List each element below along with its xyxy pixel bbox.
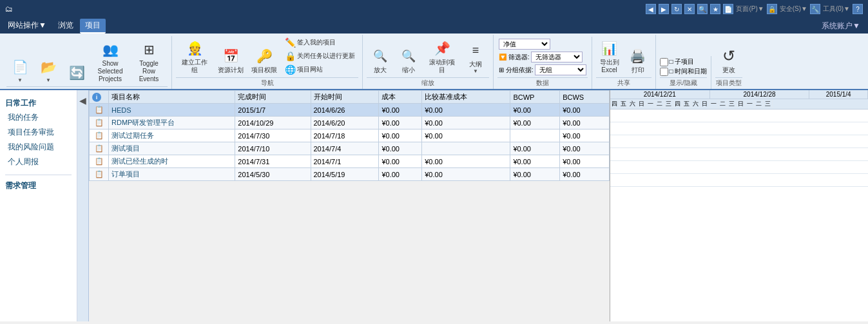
window-icon: 🗂 [5,5,13,14]
tools-label[interactable]: 工具(0)▼ [823,5,850,14]
search-icon[interactable]: 🔍 [697,4,708,14]
window-controls: ◀ ▶ ↻ ✕ 🔍 ★ 📄 页面(P)▼ 🔒 安全(S)▼ 🔧 工具(0)▼ ? [646,4,863,14]
sidebar-item-task-approval[interactable]: 项目任务审批 [0,125,77,140]
page-label[interactable]: 页面(P)▼ [736,5,764,14]
row-name[interactable]: RDMP研发管理平台 [109,117,235,129]
table-row[interactable]: 📋 测试已经生成的时 2014/7/31 2014/7/1 ¥0.00 ¥0.0… [90,155,610,168]
refresh-icon[interactable]: ↻ [671,4,682,14]
user-account[interactable]: 系统账户▼ [822,21,865,32]
project-site-button[interactable]: 🌐 项目网站 [282,63,358,76]
row-name[interactable]: 测试项目 [109,142,235,155]
toggle-row-button[interactable]: ⊞ Toggle RowEvents [130,37,168,85]
sidebar-item-weekly[interactable]: 个人周报 [0,155,77,169]
row-icon-cell: 📋 [90,117,109,129]
sidebar-daily-title[interactable]: 日常工作 [0,95,77,110]
gantt-row [610,110,868,122]
gantt-area: 2014/12/21 2014/12/28 2015/1/4 四五六日一二三四五… [610,90,868,321]
sidebar-demand-title[interactable]: 需求管理 [0,178,77,193]
security-label[interactable]: 安全(S)▼ [780,5,807,14]
row-bcwp: ¥0.00 [510,104,560,117]
ribbon-project-buttons: 📄 ▼ 📂 ▼ 🔄 👥 Show SelectedProjects ⊞ Togg… [6,37,168,85]
project-perms-button[interactable]: 🔑 项目权限 [248,44,280,76]
table-row[interactable]: 📋 RDMP研发管理平台 2014/10/29 2014/6/20 ¥0.00 … [90,117,610,129]
time-date-checkbox-label[interactable]: □ 时间和日期 [660,67,708,76]
back-icon[interactable]: ◀ [646,4,656,14]
sign-my-project-button[interactable]: ✏️ 签入我的项目 [282,36,358,49]
table-row[interactable]: 📋 HEDS 2015/1/7 2014/6/26 ¥0.00 ¥0.00 ¥0… [90,104,610,117]
row-icon: 📋 [95,131,104,139]
help-icon[interactable]: ? [853,4,863,14]
project-site-icon: 🌐 [285,64,296,75]
page-icon[interactable]: 📄 [723,4,733,14]
data-dropdowns: 净值 🔽 筛选器: 无筛选器 ⊞ 分组依据: 无组 [497,38,588,76]
scroll-to-project-button[interactable]: 📌 滚动到项目 [423,36,461,76]
group-by-select[interactable]: 无组 [535,64,586,75]
stop-icon[interactable]: ✕ [684,4,695,14]
gantt-row [610,174,868,187]
row-bcws: ¥0.00 [560,129,610,142]
gantt-week-3: 2015/1/4 [809,90,868,99]
sub-project-checkbox-label[interactable]: □ 子项目 [660,57,708,66]
sub-project-label: □ 子项目 [670,57,695,66]
zoom-out-button[interactable]: 🔍 缩小 [395,44,422,76]
col-project-name[interactable]: 项目名称 [109,91,235,104]
checkboxes-col: □ 子项目 □ 时间和日期 [660,57,708,76]
gantt-day: 日 [737,99,746,109]
new-dropdown-arrow[interactable]: ▼ [17,77,23,83]
outline-dropdown[interactable]: ▼ [473,68,478,74]
share-group-label: 共享 [596,77,651,88]
close-task-update-button[interactable]: 🔒 关闭任务以进行更新 [282,50,358,62]
new-button[interactable]: 📄 ▼ [6,55,34,85]
print-button[interactable]: 🖨️ 打印 [624,44,651,76]
menu-project[interactable]: 项目 [80,19,106,33]
row-name[interactable]: 订单项目 [109,168,235,181]
col-bcws[interactable]: BCWS [560,91,610,104]
row-name[interactable]: HEDS [109,104,235,117]
sidebar-item-risks[interactable]: 我的风险问题 [0,140,77,155]
filter-select[interactable]: 无筛选器 [531,52,583,62]
zoom-in-button[interactable]: 🔍 放大 [367,44,394,76]
col-cost[interactable]: 成本 [379,91,422,104]
change-button[interactable]: ↺ 更改 [715,44,742,76]
table-row[interactable]: 📋 测试项目 2014/7/10 2014/7/4 ¥0.00 ¥0.00 ¥0… [90,142,610,155]
open-dropdown-arrow[interactable]: ▼ [46,77,51,83]
col-baseline-cost[interactable]: 比较基准成本 [422,91,510,104]
row-name[interactable]: 测试已经生成的时 [109,155,235,168]
col-end-time[interactable]: 完成时间 [235,91,311,104]
nav-collapse-arrow[interactable]: ◀ [77,90,89,321]
table-row[interactable]: 📋 测试过期任务 2014/7/30 2014/7/18 ¥0.00 ¥0.00… [90,129,610,142]
row-bcws: ¥0.00 [560,104,610,117]
refresh-list-button[interactable]: 🔄 [63,61,90,85]
gantt-day: 六 [628,99,637,109]
net-value-select[interactable]: 净值 [499,39,550,50]
forward-icon[interactable]: ▶ [659,4,669,14]
zoom-group-label: 缩放 [367,77,489,88]
menu-website-ops[interactable]: 网站操作▼ [3,19,52,33]
export-excel-button[interactable]: 📊 导出到Excel [596,36,623,76]
outline-button[interactable]: ≡ 大纲 ▼ [462,38,489,76]
gantt-day: 二 [719,99,728,109]
col-start-time[interactable]: 开始时间 [311,91,379,104]
sidebar-item-my-tasks[interactable]: 我的任务 [0,110,77,125]
row-start: 2014/6/26 [311,104,379,117]
gantt-day: 一 [746,99,755,109]
row-icon: 📋 [95,157,104,165]
zoom-out-icon: 🔍 [398,46,419,66]
row-bcws: ¥0.00 [560,168,610,181]
menu-browse[interactable]: 浏览 [53,19,79,33]
build-workgroup-button[interactable]: 👷 建立工作组 [176,36,213,76]
time-date-checkbox[interactable] [660,68,668,76]
open-button[interactable]: 📂 ▼ [35,55,62,85]
sidebar-section-daily: 日常工作 我的任务 项目任务审批 我的风险问题 个人周报 [0,95,77,169]
table-row[interactable]: 📋 订单项目 2014/5/30 2014/5/19 ¥0.00 ¥0.00 ¥… [90,168,610,181]
favorites-icon[interactable]: ★ [710,4,720,14]
col-bcwp[interactable]: BCWP [510,91,560,104]
sub-project-checkbox[interactable] [660,58,668,66]
security-icon[interactable]: 🔒 [767,4,777,14]
resource-plan-button[interactable]: 📅 资源计划 [215,44,247,76]
tools-icon[interactable]: 🔧 [810,4,820,14]
row-name[interactable]: 测试过期任务 [109,129,235,142]
show-selected-button[interactable]: 👥 Show SelectedProjects [92,37,129,85]
row-cost: ¥0.00 [379,117,422,129]
menu-bar: 网站操作▼ 浏览 项目 系统账户▼ [0,18,868,33]
